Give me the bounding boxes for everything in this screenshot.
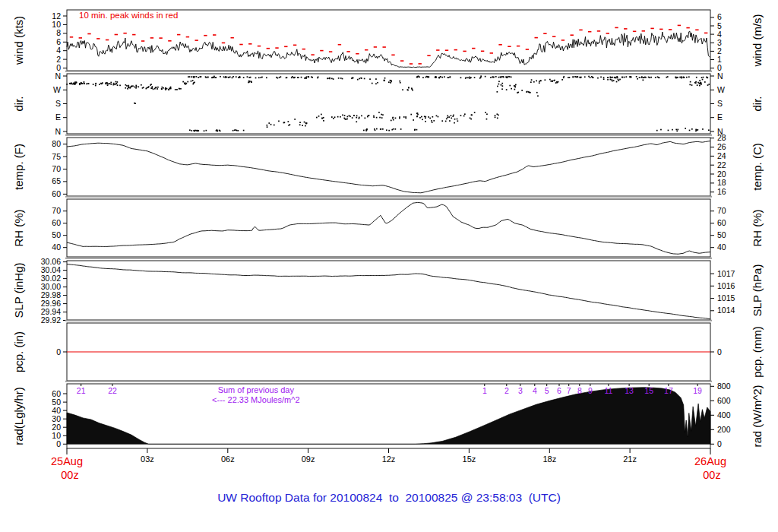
dir-point: [696, 77, 697, 78]
dir-point: [274, 125, 275, 126]
dir-point: [191, 81, 192, 82]
dir-point: [267, 125, 268, 126]
peak-wind-mark: [204, 35, 207, 36]
ytick-left-label: 12: [52, 11, 61, 21]
dir-point: [447, 117, 448, 119]
dir-point: [469, 77, 470, 78]
peak-wind-mark: [659, 29, 663, 30]
dir-point: [408, 87, 410, 88]
solar-hour-label: 11: [604, 386, 612, 395]
dir-point: [432, 122, 433, 123]
dir-point: [451, 115, 452, 116]
dir-point: [668, 130, 669, 131]
dir-point: [474, 112, 476, 113]
ytick-right-label: 70: [717, 206, 726, 215]
radiation-area: [67, 388, 710, 445]
solar-hour-label: 21: [77, 386, 86, 395]
dir-point: [301, 77, 302, 78]
xtick-label: 15z: [463, 454, 476, 464]
peak-wind-mark: [284, 46, 287, 48]
dir-point: [261, 77, 263, 78]
dir-point: [130, 87, 131, 88]
dir-point: [497, 113, 498, 115]
dir-point: [127, 88, 128, 90]
peak-wind-mark: [650, 28, 653, 30]
dir-point: [153, 89, 154, 90]
dir-point: [495, 117, 496, 119]
dir-point: [667, 76, 669, 78]
dir-point: [125, 87, 126, 89]
dir-point: [405, 116, 406, 118]
dir-point: [554, 80, 555, 81]
dir-point: [357, 79, 359, 81]
dir-point: [444, 76, 445, 78]
dir-point: [490, 77, 492, 78]
wind-trace: [67, 31, 710, 68]
y-axis-label-right-pcp: pcp. (mm): [751, 326, 764, 378]
dir-point: [305, 125, 306, 127]
dir-point: [134, 103, 135, 104]
ytick-left-label: N: [55, 71, 61, 81]
start-hour-label: 00z: [61, 469, 78, 481]
ytick-left-label: 10: [52, 431, 61, 440]
dir-point: [188, 76, 189, 78]
dir-point: [607, 77, 609, 78]
dir-point: [73, 83, 74, 84]
dir-point: [539, 82, 540, 84]
dir-point: [497, 91, 498, 93]
peak-wind-mark: [535, 37, 538, 39]
dir-point: [115, 81, 117, 83]
dir-point: [152, 86, 153, 87]
dir-point: [236, 76, 237, 78]
dir-point: [195, 130, 197, 131]
dir-point: [505, 76, 507, 78]
dir-point: [530, 92, 531, 93]
dir-point: [686, 77, 688, 78]
dir-point: [110, 82, 112, 84]
dir-point: [207, 77, 209, 78]
dir-point: [431, 120, 432, 122]
dir-point: [258, 77, 260, 78]
peak-wind-mark: [383, 46, 386, 48]
dir-point: [390, 82, 391, 84]
y-axis-label-right-slp: SLP (hPa): [751, 264, 764, 317]
dir-point: [650, 77, 652, 78]
peak-wind-mark: [543, 33, 546, 34]
xtick-label: 12z: [382, 454, 396, 464]
ytick-left-label: 29.94: [41, 307, 61, 316]
solar-hour-label: 22: [108, 386, 117, 395]
dir-point: [193, 130, 194, 131]
multipanel-chart: 0246810120123456wind (kts)wind (m/s)10 m…: [0, 0, 778, 486]
dir-point: [449, 120, 451, 122]
peak-wind-mark: [526, 49, 529, 50]
dir-point: [433, 120, 435, 122]
dir-point: [187, 81, 188, 83]
dir-point: [699, 80, 701, 81]
dir-point: [689, 130, 691, 131]
dir-point: [448, 77, 449, 78]
dir-point: [135, 87, 137, 89]
dir-point: [376, 128, 378, 130]
dir-point: [384, 80, 385, 81]
dir-point: [495, 115, 496, 116]
dir-point: [441, 77, 443, 78]
dir-point: [536, 81, 537, 82]
end-hour-label: 00z: [703, 469, 720, 481]
dir-point: [621, 77, 623, 78]
solar-hour-label: 2: [504, 386, 509, 395]
panel-wind: 0246810120123456wind (kts)wind (m/s)10 m…: [12, 10, 764, 72]
y-axis-label-left-rh: RH (%): [12, 209, 25, 246]
dir-point: [536, 92, 538, 93]
dir-point: [681, 78, 682, 79]
ytick-left-label: W: [53, 85, 61, 94]
dir-point: [416, 116, 418, 117]
peak-wind-mark: [498, 44, 501, 46]
dir-point: [128, 85, 129, 87]
dir-point: [189, 129, 191, 131]
dir-point: [438, 116, 439, 118]
dir-point: [293, 77, 295, 78]
dir-point: [597, 78, 599, 79]
dir-point: [624, 77, 625, 78]
dir-point: [549, 79, 551, 81]
dir-point: [212, 77, 213, 78]
